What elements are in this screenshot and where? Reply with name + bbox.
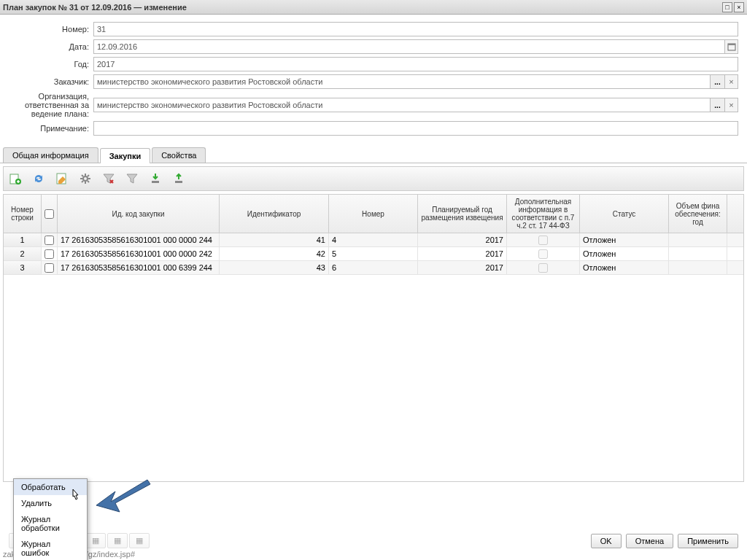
- col-rownum[interactable]: Номер строки: [4, 195, 42, 233]
- code-cell: 17 26163053585616301001 000 0000 244: [58, 233, 220, 246]
- annotation-arrow: [89, 472, 155, 516]
- ctx-process[interactable]: Обработать: [14, 479, 87, 495]
- title-bar: План закупок № 31 от 12.09.2016 — измене…: [0, 0, 747, 15]
- extra-cell: [507, 247, 580, 260]
- table-row[interactable]: 217 26163053585616301001 000 0000 242425…: [4, 247, 743, 261]
- fund-cell: [669, 233, 727, 246]
- code-cell: 17 26163053585616301001 000 6399 244: [58, 261, 220, 274]
- customer-picker-button[interactable]: ...: [711, 74, 725, 89]
- col-fund[interactable]: Объем фина обеспечения: год: [669, 195, 727, 233]
- ctx-processing-log[interactable]: Журнал обработки: [14, 511, 87, 536]
- tab-purchases[interactable]: Закупки: [100, 148, 151, 163]
- ok-button[interactable]: OK: [591, 534, 622, 548]
- extra-checkbox: [538, 249, 548, 259]
- col-extra[interactable]: Дополнительная информация в соответствии…: [507, 195, 580, 233]
- row-number-cell: 1: [4, 233, 42, 246]
- status-cell: Отложен: [580, 247, 669, 260]
- col-status[interactable]: Статус: [580, 195, 669, 233]
- export-icon[interactable]: [170, 170, 187, 187]
- customer-input[interactable]: [93, 74, 711, 89]
- col-num[interactable]: Номер: [329, 195, 418, 233]
- ident-cell: 41: [220, 233, 329, 246]
- org-input[interactable]: [93, 98, 711, 112]
- add-icon[interactable]: [7, 170, 24, 187]
- footer-tool-4[interactable]: ▦: [129, 533, 150, 548]
- num-cell: 4: [329, 233, 418, 246]
- col-code[interactable]: Ид. код закупки: [58, 195, 220, 233]
- tabs: Общая информация Закупки Свойства: [0, 147, 747, 163]
- fund-cell: [669, 261, 727, 274]
- col-ident[interactable]: Идентификатор: [220, 195, 329, 233]
- year-input[interactable]: [93, 57, 738, 71]
- grid-toolbar: [3, 166, 744, 191]
- num-cell: 6: [329, 261, 418, 274]
- tab-general[interactable]: Общая информация: [3, 147, 98, 163]
- import-icon[interactable]: [147, 170, 164, 187]
- footer-tool-2[interactable]: ▦: [85, 533, 106, 548]
- grid-header: Номер строки Ид. код закупки Идентификат…: [4, 195, 743, 233]
- table-row[interactable]: 317 26163053585616301001 000 6399 244436…: [4, 261, 743, 275]
- row-checkbox-cell: [42, 247, 58, 260]
- col-checkbox[interactable]: [42, 195, 58, 233]
- extra-checkbox: [538, 236, 548, 245]
- customer-clear-button[interactable]: ×: [725, 74, 738, 89]
- grid: Номер строки Ид. код закупки Идентификат…: [3, 194, 744, 482]
- row-checkbox[interactable]: [44, 249, 54, 259]
- ident-cell: 43: [220, 261, 329, 274]
- date-label: Дата:: [0, 42, 93, 51]
- cancel-button[interactable]: Отмена: [626, 534, 673, 548]
- extra-checkbox: [538, 263, 548, 273]
- context-menu: Обработать Удалить Журнал обработки Журн…: [13, 478, 88, 560]
- status-cell: Отложен: [580, 233, 669, 246]
- window-buttons: □ ×: [722, 2, 744, 12]
- row-number-cell: 2: [4, 247, 42, 260]
- row-checkbox[interactable]: [44, 236, 54, 245]
- svg-rect-1: [728, 44, 735, 45]
- note-label: Примечание:: [0, 124, 93, 133]
- window-title: План закупок № 31 от 12.09.2016 — измене…: [3, 3, 187, 12]
- table-row[interactable]: 117 26163053585616301001 000 0000 244414…: [4, 233, 743, 247]
- customer-label: Заказчик:: [0, 77, 93, 86]
- extra-cell: [507, 261, 580, 274]
- number-label: Номер:: [0, 25, 93, 34]
- gear-icon[interactable]: [77, 170, 94, 187]
- edit-icon[interactable]: [53, 170, 71, 187]
- row-number-cell: 3: [4, 261, 42, 274]
- num-cell: 5: [329, 247, 418, 260]
- grid-body: 117 26163053585616301001 000 0000 244414…: [4, 233, 743, 275]
- ctx-delete[interactable]: Удалить: [14, 495, 87, 511]
- apply-button[interactable]: Применить: [678, 534, 738, 548]
- row-checkbox[interactable]: [44, 263, 54, 273]
- org-clear-button[interactable]: ×: [725, 98, 738, 112]
- note-input[interactable]: [93, 121, 738, 136]
- calendar-icon[interactable]: [725, 39, 738, 54]
- code-cell: 17 26163053585616301001 000 0000 242: [58, 247, 220, 260]
- date-input[interactable]: [93, 39, 725, 54]
- year-cell: 2017: [418, 247, 507, 260]
- row-checkbox-cell: [42, 261, 58, 274]
- year-cell: 2017: [418, 261, 507, 274]
- row-checkbox-cell: [42, 233, 58, 246]
- status-cell: Отложен: [580, 261, 669, 274]
- filter-clear-icon[interactable]: [100, 170, 117, 187]
- maximize-button[interactable]: □: [722, 2, 732, 12]
- close-button[interactable]: ×: [734, 2, 744, 12]
- filter-icon[interactable]: [123, 170, 141, 187]
- org-picker-button[interactable]: ...: [711, 98, 725, 112]
- ident-cell: 42: [220, 247, 329, 260]
- svg-point-5: [83, 176, 88, 181]
- number-input[interactable]: [93, 22, 738, 36]
- fund-cell: [669, 247, 727, 260]
- org-label: Организация, ответственная за ведение пл…: [0, 92, 93, 118]
- footer-tool-3[interactable]: ▦: [107, 533, 128, 548]
- year-label: Год:: [0, 60, 93, 69]
- tab-properties[interactable]: Свойства: [152, 147, 206, 163]
- extra-cell: [507, 233, 580, 246]
- refresh-icon[interactable]: [30, 170, 47, 187]
- year-cell: 2017: [418, 233, 507, 246]
- select-all-checkbox[interactable]: [44, 209, 54, 219]
- col-year[interactable]: Планируемый год размещения извещения: [418, 195, 507, 233]
- footer-buttons: OK Отмена Применить: [591, 534, 738, 548]
- form-area: Номер: Дата: Год: Заказчик: ... × Органи…: [0, 15, 747, 143]
- ctx-error-log[interactable]: Журнал ошибок: [14, 536, 87, 560]
